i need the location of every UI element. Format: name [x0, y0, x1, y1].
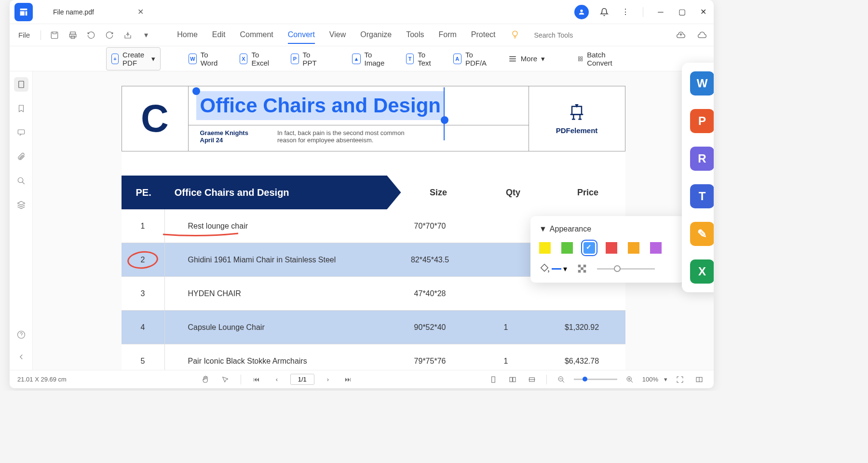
selection-handle-icon[interactable]	[192, 87, 200, 95]
appearance-panel: ▼ Appearance ▾	[530, 216, 685, 283]
triangle-down-icon: ▼	[539, 225, 547, 233]
document-tab[interactable]: File name.pdf ✕	[47, 2, 149, 21]
fill-color-button[interactable]: ▾	[539, 263, 567, 274]
file-menu[interactable]: File	[14, 31, 34, 39]
document-viewport[interactable]: C Office Chairs and Design Graeme Knight…	[33, 71, 714, 370]
th-title: Office Chairs and Design	[175, 187, 289, 198]
menu-home[interactable]: Home	[177, 27, 198, 44]
help-icon[interactable]	[14, 327, 28, 342]
batch-icon	[578, 54, 583, 63]
more-menu-icon[interactable]: ⋮	[620, 6, 631, 18]
search-icon[interactable]	[14, 174, 28, 188]
zoom-in-icon[interactable]	[623, 373, 637, 386]
bookmarks-icon[interactable]	[14, 101, 28, 116]
word-icon: W	[189, 54, 197, 64]
dock-ppt[interactable]: P	[690, 109, 714, 133]
chevron-down-icon[interactable]: ▾	[664, 376, 667, 383]
menu-comment[interactable]: Comment	[240, 27, 273, 44]
th-size: Size	[401, 188, 476, 198]
color-blue[interactable]	[583, 242, 595, 254]
ai-lightbulb-icon[interactable]	[510, 29, 520, 41]
print-icon[interactable]	[66, 28, 80, 42]
prev-page-icon[interactable]: ‹	[270, 373, 284, 386]
dock-image[interactable]: ✎	[690, 222, 714, 246]
selection-handle-icon[interactable]	[441, 116, 448, 124]
dock-excel[interactable]: X	[690, 259, 714, 284]
document-date: April 24	[200, 136, 248, 144]
fullscreen-icon[interactable]	[673, 373, 687, 386]
minimize-icon[interactable]: ─	[655, 6, 666, 18]
dock-rtf[interactable]: R	[690, 147, 714, 171]
tab-title: File name.pdf	[53, 8, 94, 16]
color-red[interactable]	[606, 242, 617, 254]
opacity-grid-icon[interactable]	[577, 263, 587, 274]
first-page-icon[interactable]: ⏮	[250, 373, 263, 386]
color-yellow[interactable]	[539, 242, 551, 254]
menu-organize[interactable]: Organize	[360, 27, 392, 44]
color-purple[interactable]	[650, 242, 662, 254]
dropdown-icon[interactable]: ▾	[139, 28, 153, 42]
more-button[interactable]: More▾	[503, 52, 550, 66]
select-tool-icon[interactable]	[218, 373, 232, 386]
statusbar: 21.01 X 29.69 cm ⏮ ‹ › ⏭ 100% ▾	[10, 370, 714, 388]
maximize-icon[interactable]: ▢	[676, 6, 688, 18]
to-image-button[interactable]: ▲To Image	[347, 48, 392, 70]
svg-rect-19	[578, 265, 581, 268]
menu-form[interactable]: Form	[439, 27, 457, 44]
menu-tools[interactable]: Tools	[406, 27, 424, 44]
attachments-icon[interactable]	[14, 150, 28, 164]
user-avatar-icon[interactable]	[574, 5, 589, 19]
single-page-icon[interactable]	[487, 373, 500, 386]
to-text-button[interactable]: TTo Text	[401, 48, 439, 70]
svg-rect-21	[581, 267, 583, 270]
svg-rect-10	[581, 56, 583, 58]
search-input[interactable]	[529, 28, 624, 42]
menu-view[interactable]: View	[329, 27, 346, 44]
panel-title[interactable]: ▼ Appearance	[539, 225, 676, 233]
share-icon[interactable]	[121, 28, 135, 42]
save-icon[interactable]	[48, 28, 61, 42]
to-pdfa-button[interactable]: ATo PDF/A	[448, 48, 494, 70]
redo-icon[interactable]	[103, 28, 116, 42]
slider-thumb[interactable]	[614, 265, 621, 272]
layers-icon[interactable]	[14, 198, 28, 212]
comments-icon[interactable]	[14, 125, 28, 140]
create-pdf-button[interactable]: + Create PDF ▾	[106, 47, 161, 70]
fit-width-icon[interactable]	[525, 373, 539, 386]
color-green[interactable]	[561, 242, 573, 254]
menu-convert[interactable]: Convert	[288, 27, 315, 44]
to-excel-button[interactable]: XTo Excel	[235, 48, 277, 70]
read-mode-icon[interactable]	[692, 373, 706, 386]
menu-protect[interactable]: Protect	[471, 27, 496, 44]
ppt-icon: P	[291, 54, 298, 64]
plus-icon: +	[111, 54, 119, 64]
zoom-thumb[interactable]	[583, 377, 587, 381]
cloud-upload-icon[interactable]	[674, 28, 688, 42]
undo-icon[interactable]	[84, 28, 98, 42]
zoom-slider[interactable]	[574, 379, 617, 380]
hand-tool-icon[interactable]	[198, 373, 212, 386]
dock-text[interactable]: T	[690, 184, 714, 208]
page-input[interactable]	[290, 374, 314, 385]
to-word-button[interactable]: WTo Word	[184, 48, 225, 70]
svg-rect-23	[583, 270, 586, 273]
to-ppt-button[interactable]: PTo PPT	[286, 48, 324, 70]
svg-rect-13	[18, 81, 24, 88]
cloud-sync-icon[interactable]	[695, 28, 709, 42]
color-orange[interactable]	[628, 242, 639, 254]
menu-edit[interactable]: Edit	[212, 27, 226, 44]
close-window-icon[interactable]: ✕	[697, 6, 709, 18]
selected-text-box[interactable]: Office Chairs and Design	[196, 91, 445, 120]
next-page-icon[interactable]: ›	[321, 373, 335, 386]
page-dimensions: 21.01 X 29.69 cm	[17, 376, 67, 383]
thumbnails-icon[interactable]	[14, 77, 28, 92]
last-page-icon[interactable]: ⏭	[341, 373, 355, 386]
opacity-slider[interactable]	[597, 268, 655, 270]
notification-bell-icon[interactable]	[598, 6, 610, 18]
two-page-icon[interactable]	[506, 373, 519, 386]
dock-word[interactable]: W	[690, 71, 714, 95]
collapse-icon[interactable]	[14, 350, 28, 364]
batch-convert-button[interactable]: Batch Convert	[573, 48, 621, 70]
zoom-out-icon[interactable]	[555, 373, 568, 386]
tab-close-icon[interactable]: ✕	[137, 7, 144, 16]
